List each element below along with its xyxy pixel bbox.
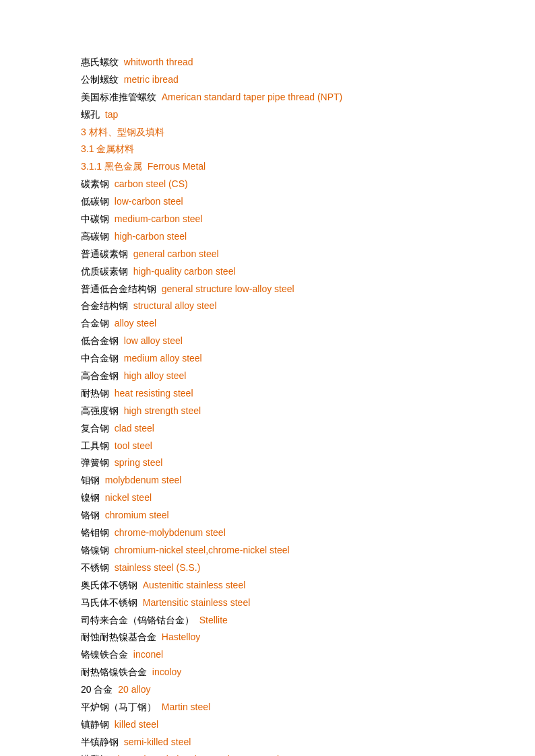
chinese-term: 奥氏体不锈钢 — [81, 580, 137, 590]
terminology-line: 优质碳素钢 high-quality carbon steel — [81, 263, 508, 281]
english-term: molybdenum steel — [105, 475, 182, 485]
chinese-term: 铬镍铁合金 — [81, 649, 128, 660]
chinese-term: 不锈钢 — [81, 562, 109, 573]
english-term: carbon steel (CS) — [115, 178, 188, 189]
chinese-term: 沸腾钢 — [81, 754, 109, 756]
chinese-term: 马氏体不锈钢 — [81, 597, 137, 608]
terminology-line: 镍钢 nickel steel — [81, 489, 508, 507]
chinese-term: 铬镍钢 — [81, 545, 109, 555]
chinese-term: 合金结构钢 — [81, 300, 128, 311]
terminology-line: 铬镍钢 chromium-nickel steel,chrome-nickel … — [81, 542, 508, 559]
chinese-term: 20 合金 — [81, 684, 113, 695]
chinese-term: 高合金钢 — [81, 370, 119, 381]
terminology-line: 耐热钢 heat resisting steel — [81, 385, 508, 403]
english-term: inconel — [133, 649, 163, 660]
english-term: American standard taper pipe thread (NPT… — [162, 92, 342, 102]
english-term: Austenitic stainless steel — [143, 580, 246, 590]
english-term: chromium steel — [105, 510, 169, 520]
chinese-term: 司特来合金（钨铬钴台金） — [81, 615, 194, 625]
chinese-term: 耐蚀耐热镍基合金 — [81, 631, 156, 642]
chinese-term: 镇静钢 — [81, 719, 109, 730]
chinese-term: 钼钢 — [81, 475, 100, 485]
terminology-line: 合金钢 alloy steel — [81, 315, 508, 333]
chinese-term: 中碳钢 — [81, 213, 109, 224]
english-term: low alloy steel — [124, 335, 183, 346]
terminology-line: 弹簧钢 spring steel — [81, 454, 508, 472]
english-term: chromium-nickel steel,chrome-nickel stee… — [115, 545, 290, 555]
sub-heading: 3.1.1 黑色金属 Ferrous Metal — [81, 161, 206, 172]
english-term: spring steel — [115, 457, 163, 468]
terminology-line: 马氏体不锈钢 Martensitic stainless steel — [81, 594, 508, 612]
terminology-line: 铬钼钢 chrome-molybdenum steel — [81, 524, 508, 542]
english-term: medium alloy steel — [124, 353, 202, 364]
terminology-line: 奥氏体不锈钢 Austenitic stainless steel — [81, 577, 508, 594]
english-term: Ferrous Metal — [148, 161, 206, 172]
english-term: chrome-molybdenum steel — [115, 527, 226, 538]
english-term: clad steel — [115, 423, 154, 434]
chinese-term: 惠氏螺纹 — [81, 57, 119, 67]
chinese-term: 螺孔 — [81, 109, 100, 120]
terminology-line: 普通低合金结构钢 general structure low-alloy ste… — [81, 281, 508, 298]
chinese-term: 合金钢 — [81, 318, 109, 329]
section-heading: 3 材料、型钢及填料 — [81, 127, 164, 137]
english-term: tool steel — [115, 440, 152, 451]
chinese-term: 镍钢 — [81, 492, 100, 503]
chinese-term: 普通碳素钢 — [81, 248, 128, 259]
terminology-line: 铬镍铁合金 inconel — [81, 646, 508, 664]
chinese-term: 耐热铬镍铁合金 — [81, 666, 147, 677]
chinese-term: 弹簧钢 — [81, 457, 109, 468]
chinese-term: 优质碳素钢 — [81, 266, 128, 277]
english-term: low-carbon steel — [115, 196, 183, 207]
terminology-line: 3.1 金属材料 — [81, 141, 508, 158]
terminology-line: 高合金钢 high alloy steel — [81, 368, 508, 385]
terminology-line: 工具钢 tool steel — [81, 438, 508, 455]
english-term: alloy steel — [115, 318, 156, 329]
chinese-term: 半镇静钢 — [81, 736, 119, 747]
english-term: high-carbon steel — [115, 231, 187, 242]
terminology-line: 低合金钢 low alloy steel — [81, 333, 508, 350]
terminology-line: 碳素钢 carbon steel (CS) — [81, 176, 508, 193]
chinese-term: 低碳钢 — [81, 196, 109, 207]
terminology-line: 3 材料、型钢及填料 — [81, 124, 508, 141]
terminology-line: 中碳钢 medium-carbon steel — [81, 211, 508, 228]
terminology-line: 铬钢 chromium steel — [81, 507, 508, 524]
english-term: general carbon steel — [133, 248, 219, 259]
terminology-line: 合金结构钢 structural alloy steel — [81, 298, 508, 315]
english-term: whitworth thread — [124, 57, 193, 67]
chinese-term: 高碳钢 — [81, 231, 109, 242]
terminology-line: 20 合金 20 alloy — [81, 681, 508, 699]
terminology-line: 耐蚀耐热镍基合金 Hastelloy — [81, 629, 508, 646]
english-term: stainless steel (S.S.) — [115, 562, 201, 573]
english-term: tap — [105, 109, 118, 120]
terminology-line: 不锈钢 stainless steel (S.S.) — [81, 559, 508, 577]
terminology-line: 镇静钢 killed steel — [81, 716, 508, 734]
terminology-line: 中合金钢 medium alloy steel — [81, 350, 508, 368]
english-term: general structure low-alloy steel — [162, 283, 294, 294]
chinese-term: 公制螺纹 — [81, 74, 119, 85]
english-term: heat resisting steel — [115, 388, 193, 399]
terminology-line: 低碳钢 low-carbon steel — [81, 193, 508, 211]
sub-heading: 3.1 金属材料 — [81, 143, 134, 154]
terminology-line: 复合钢 clad steel — [81, 420, 508, 438]
chinese-term: 耐热钢 — [81, 388, 109, 399]
terminology-line: 司特来合金（钨铬钴台金） Stellite — [81, 612, 508, 629]
english-term: killed steel — [115, 719, 158, 730]
chinese-term: 中合金钢 — [81, 353, 119, 364]
terminology-line: 平炉钢（马丁钢） Martin steel — [81, 699, 508, 716]
chinese-term: 铬钼钢 — [81, 527, 109, 538]
terminology-line: 美国标准推管螺纹 American standard taper pipe th… — [81, 89, 508, 106]
english-term: high-quality carbon steel — [133, 266, 236, 277]
english-term: Martin steel — [162, 701, 210, 712]
chinese-term: 工具钢 — [81, 440, 109, 451]
terminology-line: 半镇静钢 semi-killed steel — [81, 734, 508, 751]
english-term: Martensitic stainless steel — [143, 597, 251, 608]
terminology-line: 耐热铬镍铁合金 incoloy — [81, 664, 508, 681]
chinese-term: 复合钢 — [81, 423, 109, 434]
chinese-term: 铬钢 — [81, 510, 100, 520]
english-term: nickel steel — [105, 492, 152, 503]
chinese-term: 美国标准推管螺纹 — [81, 92, 156, 102]
english-term: incoloy — [152, 666, 182, 677]
terminology-line: 沸腾钢 rimmed steel; rimming steel; open-st… — [81, 751, 508, 756]
english-term: rimmed steel; rimming steel; open-steel — [115, 754, 279, 756]
english-term: Stellite — [199, 615, 228, 625]
